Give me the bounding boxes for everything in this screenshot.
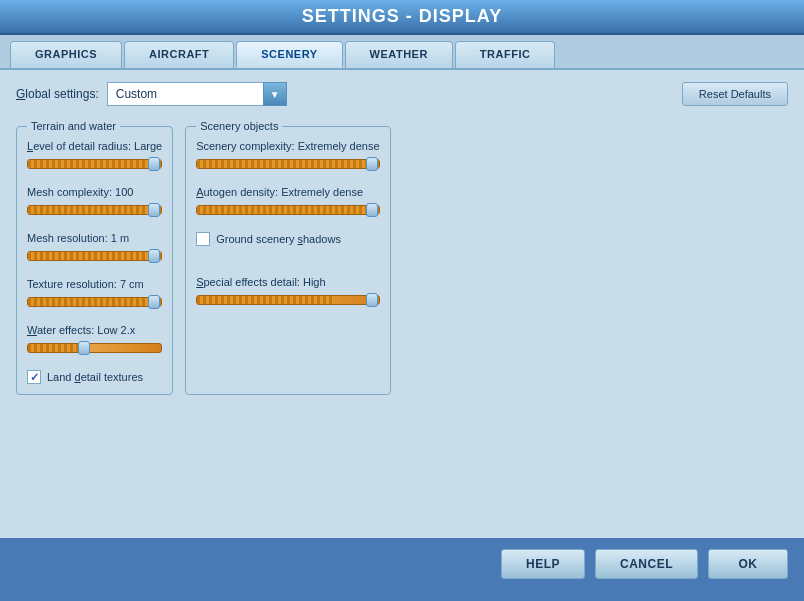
land-detail-label: Land detail textures — [47, 371, 143, 383]
slider-item: Level of detail radius: Large — [27, 140, 162, 172]
reset-defaults-button[interactable]: Reset Defaults — [682, 82, 788, 106]
scenery-panel: Scenery objects Scenery complexity: Extr… — [185, 120, 390, 395]
slider-item: Texture resolution: 7 cm — [27, 278, 162, 310]
slider-thumb[interactable] — [148, 157, 160, 171]
slider-thumb[interactable] — [148, 203, 160, 217]
slider-item: Mesh resolution: 1 m — [27, 232, 162, 264]
checkbox-item: Land detail textures — [27, 370, 162, 384]
slider-label: Mesh resolution: 1 m — [27, 232, 162, 244]
cancel-button[interactable]: CANCEL — [595, 549, 698, 579]
global-settings-label: Global settings: — [16, 87, 99, 101]
page-title: SETTINGS - DISPLAY — [302, 6, 502, 26]
tab-weather[interactable]: WEATHER — [345, 41, 453, 68]
slider-label: Special effects detail: High — [196, 276, 379, 288]
help-button[interactable]: HELP — [501, 549, 585, 579]
slider-thumb[interactable] — [78, 341, 90, 355]
slider-label: Autogen density: Extremely dense — [196, 186, 379, 198]
global-settings-dropdown[interactable]: Custom — [107, 82, 287, 106]
terrain-panel: Terrain and water Level of detail radius… — [16, 120, 173, 395]
slider-label: Level of detail radius: Large — [27, 140, 162, 152]
slider-item: Water effects: Low 2.x — [27, 324, 162, 356]
global-settings-dropdown-wrapper[interactable]: Custom ▼ — [107, 82, 287, 106]
slider-thumb[interactable] — [366, 293, 378, 307]
ok-button[interactable]: OK — [708, 549, 788, 579]
slider-label: Texture resolution: 7 cm — [27, 278, 162, 290]
slider-thumb[interactable] — [148, 249, 160, 263]
ground-scenery-checkbox[interactable] — [196, 232, 210, 246]
bottom-bar: HELP CANCEL OK — [0, 538, 804, 590]
scenery-panel-title: Scenery objects — [196, 120, 282, 132]
global-settings-row: Global settings: Custom ▼ Reset Defaults — [16, 82, 788, 106]
checkbox-item: Ground scenery shadows — [196, 232, 379, 246]
slider-thumb[interactable] — [148, 295, 160, 309]
slider-label: Scenery complexity: Extremely dense — [196, 140, 379, 152]
tab-graphics[interactable]: GRAPHICS — [10, 41, 122, 68]
slider-item: Special effects detail: High — [196, 276, 379, 308]
dropdown-arrow-btn[interactable]: ▼ — [263, 82, 287, 106]
slider-thumb[interactable] — [366, 203, 378, 217]
slider-thumb[interactable] — [366, 157, 378, 171]
slider-label: Water effects: Low 2.x — [27, 324, 162, 336]
terrain-panel-title: Terrain and water — [27, 120, 120, 132]
tab-aircraft[interactable]: AIRCRAFT — [124, 41, 234, 68]
ground-scenery-label: Ground scenery shadows — [216, 233, 341, 245]
slider-item: Mesh complexity: 100 — [27, 186, 162, 218]
tab-bar: GRAPHICS AIRCRAFT SCENERY WEATHER TRAFFI… — [0, 35, 804, 70]
tab-traffic[interactable]: TRAFFIC — [455, 41, 556, 68]
land-detail-checkbox[interactable] — [27, 370, 41, 384]
slider-label: Mesh complexity: 100 — [27, 186, 162, 198]
title-bar: SETTINGS - DISPLAY — [0, 0, 804, 35]
main-container: GRAPHICS AIRCRAFT SCENERY WEATHER TRAFFI… — [0, 35, 804, 590]
slider-item: Autogen density: Extremely dense — [196, 186, 379, 218]
tab-scenery[interactable]: SCENERY — [236, 41, 342, 68]
slider-item: Scenery complexity: Extremely dense — [196, 140, 379, 172]
